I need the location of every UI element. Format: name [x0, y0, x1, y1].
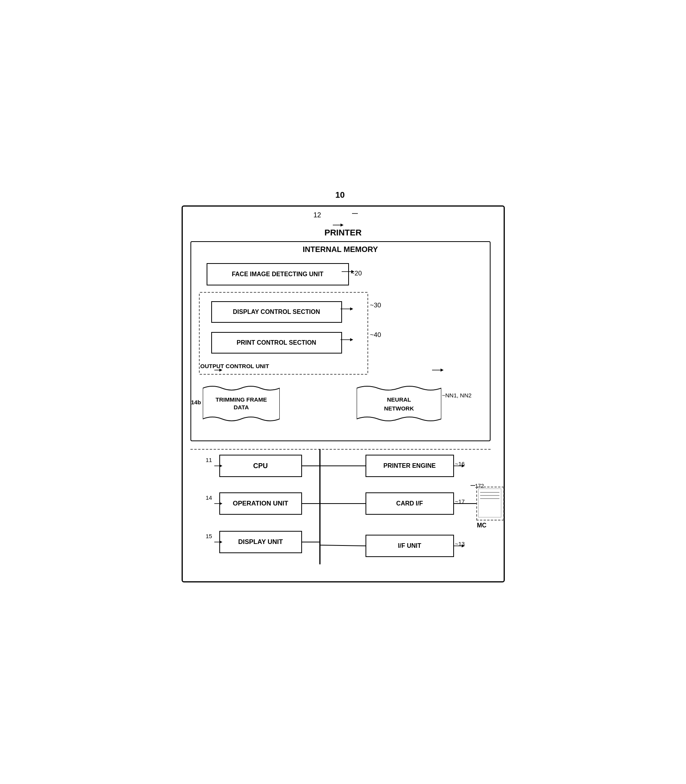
ref-14b: 14b: [191, 399, 201, 405]
ref-10: 10: [335, 190, 345, 200]
ref-15: 15: [206, 533, 212, 539]
output-control-label: OUTPUT CONTROL UNIT: [200, 363, 269, 369]
output-control-dashed: DISPLAY CONTROL SECTION PRINT CONTROL SE…: [199, 292, 368, 375]
internal-memory-title: INTERNAL MEMORY: [191, 245, 490, 254]
ref-nn: ~NN1, NN2: [442, 392, 472, 399]
display-control-box: DISPLAY CONTROL SECTION: [211, 301, 342, 323]
ref-11: 11: [206, 457, 212, 463]
face-image-box: FACE IMAGE DETECTING UNIT: [207, 263, 349, 285]
printer-title: PRINTER: [183, 228, 504, 238]
operation-unit-box: OPERATION UNIT: [219, 492, 302, 515]
ref-20: ~20: [351, 270, 362, 277]
mc-inner-box: [478, 489, 501, 517]
internal-memory-box: INTERNAL MEMORY FACE IMAGE DETECTING UNI…: [190, 241, 491, 441]
svg-text:DATA: DATA: [234, 404, 249, 410]
neural-network-box: NEURAL NETWORK: [357, 384, 441, 427]
svg-text:TRIMMING FRAME: TRIMMING FRAME: [215, 396, 267, 403]
print-control-box: PRINT CONTROL SECTION: [211, 332, 342, 354]
diagram: 10 PRINTER 12 INTERNAL MEMORY FACE IMAGE…: [170, 190, 516, 594]
printer-engine-box: PRINTER ENGINE: [366, 455, 454, 477]
card-if-box: CARD I/F: [366, 492, 454, 515]
display-unit-box: DISPLAY UNIT: [219, 531, 302, 553]
svg-line-9: [319, 545, 366, 546]
section-divider: [190, 449, 491, 450]
ref-17: ~17: [455, 498, 465, 505]
ref-13: ~13: [455, 540, 465, 547]
if-unit-box: I/F UNIT: [366, 535, 454, 557]
ref-14: 14: [206, 494, 212, 501]
ref-40: ~40: [370, 331, 381, 339]
ref-12: 12: [314, 211, 321, 219]
printer-box: PRINTER 12 INTERNAL MEMORY FACE IMAGE DE…: [182, 205, 505, 582]
svg-text:NEURAL: NEURAL: [387, 396, 411, 403]
svg-marker-34: [340, 224, 344, 227]
cpu-box: CPU: [219, 455, 302, 477]
ref-30: ~30: [370, 302, 381, 309]
trimming-frame-box: TRIMMING FRAME DATA: [203, 384, 280, 427]
mc-label: MC: [477, 522, 487, 529]
vertical-bus: [319, 449, 320, 564]
ref-16: ~16: [455, 460, 465, 467]
svg-text:NETWORK: NETWORK: [384, 405, 414, 412]
